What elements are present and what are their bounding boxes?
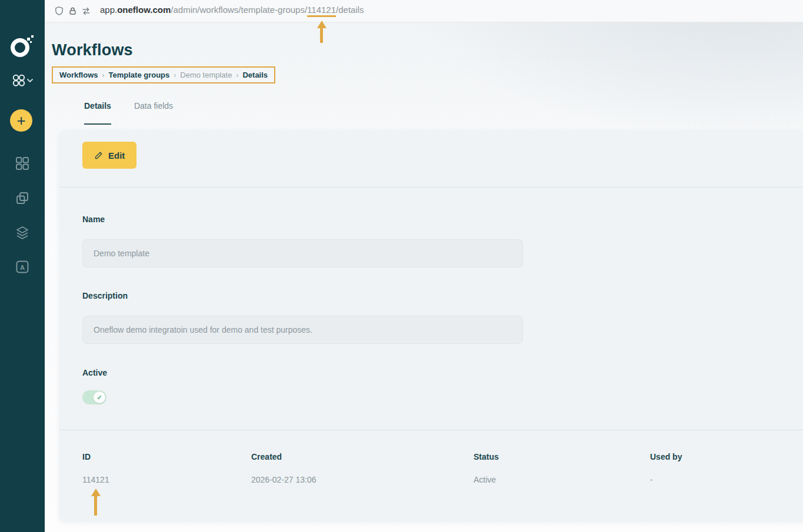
breadcrumb-separator: › <box>174 71 176 79</box>
active-label: Active <box>82 368 107 377</box>
breadcrumb-item-demo-template[interactable]: Demo template <box>180 71 232 79</box>
divider <box>59 187 803 188</box>
details-card: Edit Name Demo template Description Onef… <box>59 131 803 522</box>
name-input[interactable]: Demo template <box>82 239 523 267</box>
sidebar-item-templates[interactable] <box>0 190 45 206</box>
plus-icon: + <box>16 113 25 128</box>
name-label: Name <box>82 215 105 224</box>
layers-icon <box>15 225 29 240</box>
tab-bar: Details Data fields <box>84 101 196 125</box>
sidebar: + A <box>0 0 45 532</box>
meta-header-created: Created <box>251 452 282 461</box>
meta-value-used-by: - <box>650 475 653 484</box>
workspace-switcher-icon <box>11 73 34 88</box>
breadcrumb-item-template-groups[interactable]: Template groups <box>109 71 170 79</box>
pencil-icon <box>94 151 103 160</box>
url-path-before-id: /admin/workflows/template-groups/ <box>171 5 307 15</box>
chevron-down-icon <box>28 79 32 82</box>
lock-icon[interactable] <box>68 6 77 16</box>
copy-templates-icon <box>15 191 29 205</box>
tab-details[interactable]: Details <box>84 101 111 125</box>
sidebar-item-workspace-switcher[interactable] <box>0 71 45 91</box>
breadcrumb: Workflows › Template groups › Demo templ… <box>52 66 275 83</box>
apps-grid-icon <box>15 156 29 170</box>
meta-header-id: ID <box>82 452 91 461</box>
meta-header-used-by: Used by <box>650 452 682 461</box>
divider <box>59 430 803 430</box>
url-domain: oneflow.com <box>117 5 171 15</box>
permissions-arrows-icon[interactable] <box>81 7 91 15</box>
oneflow-logo[interactable] <box>0 33 45 59</box>
sidebar-item-data-fields[interactable]: A <box>0 259 45 275</box>
description-label: Description <box>82 291 128 300</box>
breadcrumb-separator: › <box>236 71 238 79</box>
meta-value-status: Active <box>474 475 496 484</box>
annotation-arrow-table-id <box>91 488 101 516</box>
description-input[interactable]: Oneflow demo integratoin used for demo a… <box>82 316 523 344</box>
sidebar-item-layers[interactable] <box>0 225 45 241</box>
page-title: Workflows <box>52 41 133 59</box>
meta-header-status: Status <box>474 452 499 461</box>
url-path-after-id: /details <box>336 5 364 15</box>
toggle-check-icon: ✓ <box>94 392 105 403</box>
add-button[interactable]: + <box>10 109 32 132</box>
edit-button-label: Edit <box>108 150 125 160</box>
breadcrumb-item-details[interactable]: Details <box>242 71 268 79</box>
sidebar-item-apps[interactable] <box>0 155 45 172</box>
svg-text:A: A <box>20 264 25 271</box>
meta-value-id: 114121 <box>82 475 109 484</box>
edit-button[interactable]: Edit <box>82 142 136 169</box>
breadcrumb-item-workflows[interactable]: Workflows <box>59 71 98 79</box>
url-subdomain: app. <box>100 5 117 15</box>
main-content: Workflows Workflows › Template groups › … <box>45 22 803 532</box>
meta-value-created: 2026-02-27 13:06 <box>251 475 316 484</box>
tab-data-fields[interactable]: Data fields <box>134 101 173 125</box>
breadcrumb-separator: › <box>102 71 105 79</box>
oneflow-logo-icon <box>10 34 35 58</box>
url-text[interactable]: app.oneflow.com/admin/workflows/template… <box>100 5 364 17</box>
shield-icon[interactable] <box>54 6 64 16</box>
screen: + A <box>0 0 803 532</box>
letter-a-icon: A <box>15 260 29 274</box>
active-toggle[interactable]: ✓ <box>82 390 106 404</box>
url-template-group-id: 114121 <box>307 5 336 17</box>
browser-address-bar: app.oneflow.com/admin/workflows/template… <box>45 0 803 22</box>
